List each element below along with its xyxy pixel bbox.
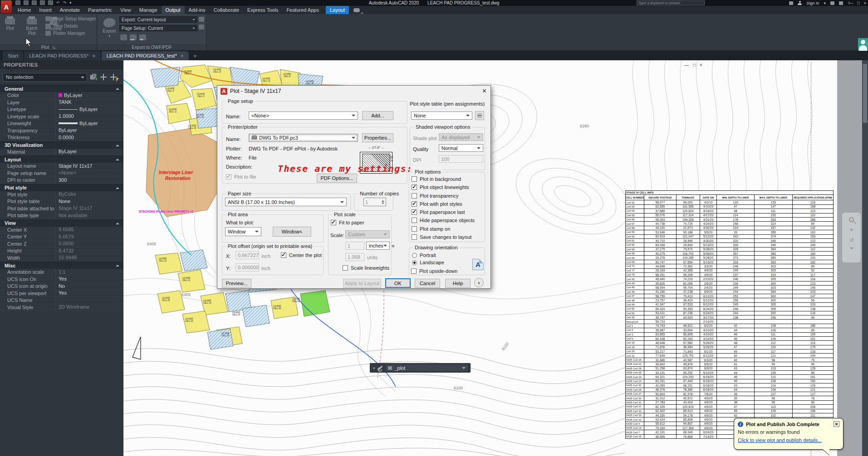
tab-close-icon[interactable]: ✕ (92, 53, 95, 58)
section-header-3d-visualization[interactable]: 3D Visualization (0, 141, 123, 149)
app-store-icon[interactable] (830, 1, 834, 5)
save-icon[interactable] (32, 0, 37, 5)
plot-option-plot-transparency[interactable]: Plot transparency (412, 193, 484, 199)
plot-option-plot-stamp-on[interactable]: Plot stamp on (412, 226, 484, 232)
qat-dropdown-icon[interactable]: ▾ (69, 0, 72, 5)
plot-option-plot-in-background[interactable]: Plot in background (412, 176, 484, 182)
property-value[interactable]: 0.0000 (55, 241, 123, 247)
search-icon[interactable] (789, 1, 793, 5)
fit-to-paper-checkbox[interactable]: Fit to paper (331, 220, 364, 225)
scale-unit-dropdown[interactable]: inches (366, 242, 390, 250)
property-value[interactable]: TANK (55, 99, 123, 106)
scale-lineweights-checkbox[interactable]: Scale lineweights (343, 265, 389, 271)
autodesk-360-icon[interactable] (839, 1, 843, 5)
open-file-icon[interactable] (24, 0, 29, 5)
property-value[interactable]: Not available (55, 212, 123, 219)
quick-access-toolbar[interactable]: ↶ ↷ ▾ (15, 0, 72, 5)
property-value[interactable]: None (55, 198, 123, 205)
plot-option-save-changes-to-layout[interactable]: Save changes to layout (412, 234, 484, 240)
property-value[interactable]: 300 (55, 177, 123, 184)
menu-tab-home[interactable]: Home (14, 6, 35, 14)
notification-link[interactable]: Click to view plot and publish details..… (738, 437, 839, 443)
plot-option-plot-object-lineweights[interactable]: Plot object lineweights (412, 184, 484, 190)
menu-tab-annotate[interactable]: Annotate (56, 6, 84, 14)
command-dropdown-icon[interactable] (462, 367, 466, 371)
toggle-pickadd-icon[interactable]: + (90, 73, 97, 81)
property-value[interactable]: Stage IV 11x17 (55, 205, 123, 212)
property-value[interactable]: ByLayer (55, 149, 123, 155)
plotter-search-icon[interactable] (120, 34, 127, 40)
command-history-icon[interactable] (388, 366, 392, 370)
file-tab-0[interactable]: Start (3, 51, 23, 60)
preview-dialog-button[interactable]: Preview... (222, 279, 251, 288)
navigation-bar[interactable]: × + ↺ (842, 212, 861, 263)
section-header-view[interactable]: View (0, 219, 123, 227)
property-value[interactable]: Stage IV 11x17 (55, 163, 123, 170)
section-header-layout[interactable]: Layout (0, 155, 123, 163)
menu-tab-add-ins[interactable]: Add-ins (185, 6, 210, 14)
printer-name-dropdown[interactable]: DWG To PDF.pc3 (249, 134, 358, 142)
plot-icon[interactable] (48, 0, 53, 5)
menu-tab-manage[interactable]: Manage (135, 6, 162, 14)
export-field-0[interactable]: Export:Current layout (119, 16, 197, 23)
printer-properties-button[interactable]: Properties... (362, 133, 393, 142)
section-header-plot-style[interactable]: Plot style (0, 184, 123, 191)
pdf-icon[interactable] (139, 34, 146, 40)
dialog-close-icon[interactable]: ✕ (482, 87, 487, 94)
what-to-plot-dropdown[interactable]: Window (225, 227, 261, 236)
quick-select-icon[interactable] (110, 73, 117, 81)
page-setup-name-dropdown[interactable]: <None> (249, 112, 358, 120)
export-field-1[interactable]: Page Setup:Current (119, 25, 197, 31)
menu-tab-view[interactable]: View (116, 6, 135, 14)
select-objects-icon[interactable] (100, 73, 107, 81)
paper-size-dropdown[interactable]: ANSI B (17.00 x 11.00 Inches) (225, 198, 347, 206)
command-input[interactable]: _plot (386, 364, 468, 371)
sign-in-dropdown-icon[interactable]: ▾ (824, 1, 826, 5)
property-value[interactable]: ByLayer (55, 92, 123, 99)
property-value[interactable]: ByLayer (55, 127, 123, 134)
menu-tab-insert[interactable]: Insert (35, 6, 56, 14)
section-header-general[interactable]: General (0, 85, 123, 92)
file-tab-2[interactable]: LEACH PAD PROGRESS_test*✕ (102, 51, 189, 60)
pdf-options-button[interactable]: PDF Options... (317, 174, 357, 183)
customize-wrench-icon[interactable] (378, 366, 383, 370)
selection-dropdown[interactable]: No selection (3, 73, 87, 82)
dwf-icon[interactable] (130, 34, 137, 40)
user-avatar-icon[interactable] (858, 38, 868, 51)
redo-icon[interactable]: ↷ (63, 0, 67, 5)
close-button[interactable]: × (864, 1, 866, 5)
file-tab-1[interactable]: LEACH PAD PROGRESS*✕ (24, 51, 101, 60)
plot-option-plot-paperspace-last[interactable]: Plot paperspace last (412, 209, 484, 215)
batch-plot-button[interactable]: Batch Plot (23, 15, 41, 36)
dialog-title-bar[interactable]: A Plot - Stage IV 11x17 (217, 86, 490, 97)
connect-dropdown-icon[interactable] (353, 8, 360, 12)
vertical-scrollbar[interactable] (862, 60, 868, 456)
export-side-icon-2[interactable] (199, 24, 204, 29)
save-as-icon[interactable] (40, 0, 45, 5)
plot-to-file-checkbox[interactable]: Plot to file (226, 174, 256, 179)
navbar-close-icon[interactable]: × (857, 213, 859, 217)
property-value[interactable]: 1:1 (55, 269, 123, 276)
search-input[interactable] (637, 0, 705, 5)
cancel-dialog-button[interactable]: Cancel (415, 279, 440, 288)
property-value[interactable]: Yes (55, 276, 123, 283)
property-value[interactable]: 2D Wireframe (55, 304, 123, 311)
menu-tab-express-tools[interactable]: Express Tools (243, 6, 282, 14)
property-value[interactable]: 0.0000 (55, 134, 123, 141)
notification-close-icon[interactable]: ✕ (834, 421, 839, 427)
command-line[interactable]: × _plot (370, 363, 471, 373)
pan-icon[interactable]: + (850, 226, 853, 233)
new-file-icon[interactable] (15, 0, 20, 5)
plot-panel-label[interactable]: Plot↘ (0, 44, 97, 50)
plot-button[interactable]: Plot (1, 15, 19, 36)
property-value[interactable] (55, 297, 123, 304)
property-value[interactable]: 9.6585 (55, 227, 123, 233)
menu-tab-featured-apps[interactable]: Featured Apps (282, 6, 323, 14)
help-button[interactable]: Help (445, 279, 471, 288)
sign-in-label[interactable]: Sign In (806, 1, 819, 5)
property-value[interactable]: Yes (55, 290, 123, 297)
orbit-icon[interactable]: ↺ (849, 237, 853, 243)
property-value[interactable]: 1.0000 (55, 113, 123, 120)
edit-style-table-button[interactable] (475, 111, 484, 120)
restore-button[interactable]: □ (857, 1, 859, 5)
